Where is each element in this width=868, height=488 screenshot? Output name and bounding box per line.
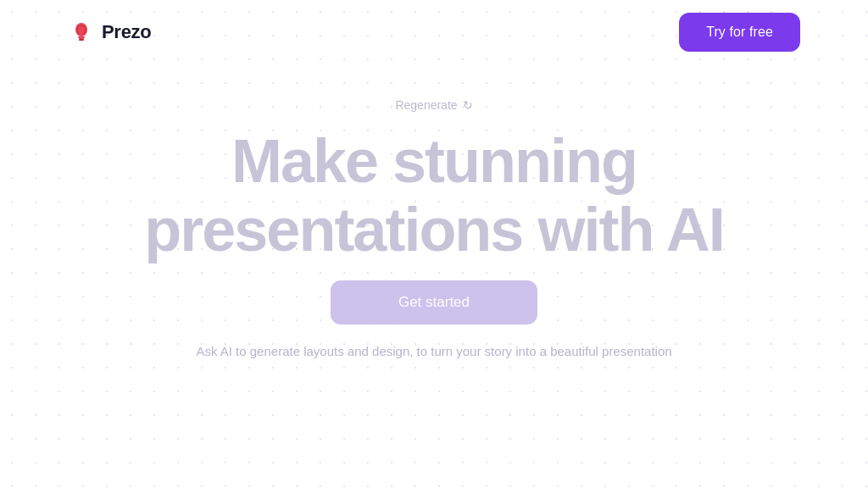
regenerate-icon: ↻ bbox=[463, 98, 473, 112]
hero-section: Regenerate ↻ Make stunning presentations… bbox=[0, 64, 868, 362]
logo-text: Prezo bbox=[102, 21, 151, 43]
hero-heading-line1: Make stunning bbox=[231, 127, 637, 195]
hero-heading: Make stunning presentations with AI bbox=[144, 127, 723, 263]
regenerate-button[interactable]: Regenerate ↻ bbox=[395, 98, 472, 112]
regenerate-label: Regenerate bbox=[395, 98, 457, 112]
prezo-logo-icon bbox=[68, 19, 95, 46]
logo-area: Prezo bbox=[68, 19, 151, 46]
hero-subtext: Ask AI to generate layouts and design, t… bbox=[196, 341, 671, 362]
try-for-free-button[interactable]: Try for free bbox=[679, 13, 800, 52]
hero-heading-line2: presentations with AI bbox=[144, 196, 723, 263]
navbar: Prezo Try for free bbox=[0, 0, 868, 64]
get-started-button[interactable]: Get started bbox=[331, 280, 537, 324]
svg-rect-1 bbox=[79, 39, 84, 41]
